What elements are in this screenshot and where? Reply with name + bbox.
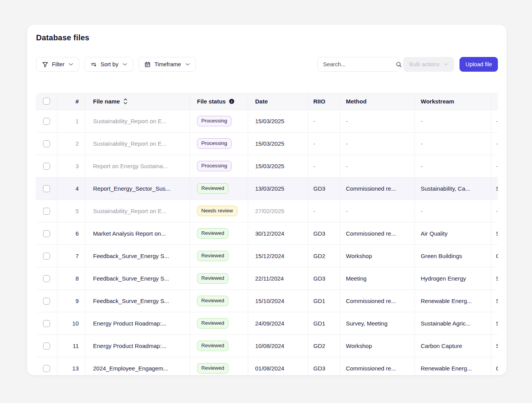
row-checkbox[interactable] [43, 253, 50, 260]
clipped-column-value: S [491, 222, 498, 245]
timeframe-label: Timeframe [154, 61, 181, 67]
table-row[interactable]: 2 Sustainability_Report on E... Processi… [36, 132, 498, 155]
file-name: Feedback_Surve_Energy S... [85, 267, 190, 289]
row-number: 4 [57, 177, 85, 200]
table-row[interactable]: 1 Sustainability_Report on E... Processi… [36, 110, 498, 132]
file-status-cell: Reviewed [190, 177, 248, 200]
method-value: - [340, 110, 415, 132]
row-checkbox[interactable] [43, 185, 50, 192]
row-checkbox-cell [36, 133, 57, 155]
file-name: Sustainability_Report on E... [85, 133, 190, 155]
chevron-down-icon [444, 63, 448, 66]
calendar-icon [144, 61, 151, 68]
row-number: 9 [57, 290, 85, 312]
table-row[interactable]: 9 Feedback_Surve_Energy S... Reviewed 15… [36, 289, 498, 312]
method-value: - [340, 155, 415, 177]
chevron-down-icon [185, 63, 190, 66]
column-header-date-label: Date [255, 98, 268, 105]
row-checkbox[interactable] [43, 365, 50, 372]
riio-value: GD3 [308, 267, 340, 289]
clipped-column-value: - [491, 155, 498, 177]
column-header-file-name-label: File name [93, 98, 120, 105]
row-checkbox[interactable] [43, 208, 50, 215]
workstream-value: - [415, 200, 491, 222]
row-checkbox[interactable] [43, 298, 50, 305]
file-status-cell: Reviewed [190, 245, 248, 267]
method-value: Commissioned re... [340, 357, 415, 375]
file-status-cell: Reviewed [190, 312, 248, 334]
method-value: Meeting [340, 267, 415, 289]
row-checkbox[interactable] [43, 343, 50, 350]
table-row[interactable]: 7 Feedback_Surve_Energy S... Reviewed 15… [36, 245, 498, 267]
table-row[interactable]: 10 Energy Product Roadmap:... Reviewed 2… [36, 312, 498, 334]
workstream-value: Hydrogen Energy [415, 267, 491, 289]
clipped-column-value: S [491, 177, 498, 200]
filter-label: Filter [52, 61, 64, 67]
row-number: 6 [57, 222, 85, 245]
column-header-riio-label: RIIO [313, 98, 325, 105]
files-table: # File name File status i Date [36, 93, 498, 375]
row-checkbox[interactable] [43, 140, 50, 147]
method-value: Commissioned re... [340, 177, 415, 200]
workstream-value: Renewable Energ... [415, 357, 491, 375]
row-number: 13 [57, 357, 85, 375]
search-input[interactable] [323, 61, 396, 67]
date-value: 10/08/2024 [248, 335, 308, 357]
bulk-actions-button[interactable]: Bulk actions [403, 57, 454, 72]
status-badge: Needs review [197, 206, 237, 216]
database-files-card: Database files Filter Sort by [27, 25, 506, 375]
method-value: Commissioned re... [340, 290, 415, 312]
sort-by-label: Sort by [100, 61, 118, 67]
info-icon[interactable]: i [229, 98, 235, 104]
column-header-workstream: Workstream [415, 93, 491, 110]
row-checkbox-cell [36, 267, 57, 289]
row-checkbox-cell [36, 312, 57, 334]
status-badge: Reviewed [197, 228, 228, 239]
row-number: 2 [57, 133, 85, 155]
date-value: 27/02/2025 [248, 200, 308, 222]
riio-value: - [308, 110, 340, 132]
method-value: Commissioned re... [340, 222, 415, 245]
row-checkbox[interactable] [43, 275, 50, 282]
date-value: 15/12/2024 [248, 245, 308, 267]
row-checkbox[interactable] [43, 320, 50, 327]
table-row[interactable]: 5 Sustainability_Report on E... Needs re… [36, 200, 498, 222]
column-header-method-label: Method [346, 98, 366, 105]
column-header-file-name[interactable]: File name [85, 93, 190, 110]
clipped-column-value: - [491, 200, 498, 222]
workstream-value: Carbon Capture [415, 335, 491, 357]
method-value: Workshop [340, 245, 415, 267]
riio-value: GD1 [308, 290, 340, 312]
method-value: Survey, Meeting [340, 312, 415, 334]
row-checkbox[interactable] [43, 230, 50, 237]
row-checkbox-cell [36, 290, 57, 312]
table-row[interactable]: 13 2024_Employee_Engagem... Reviewed 01/… [36, 357, 498, 375]
header-select-all-cell [36, 93, 57, 110]
date-value: 13/03/2025 [248, 177, 308, 200]
timeframe-button[interactable]: Timeframe [138, 57, 196, 72]
file-status-cell: Needs review [190, 200, 248, 222]
row-checkbox[interactable] [43, 118, 50, 125]
table-row[interactable]: 4 Report_Energy_Sector_Sus... Reviewed 1… [36, 177, 498, 200]
date-value: 01/08/2024 [248, 357, 308, 375]
sort-by-button[interactable]: Sort by [85, 57, 133, 72]
sort-chevrons-icon[interactable] [123, 98, 128, 105]
upload-file-button[interactable]: Upload file [459, 57, 498, 72]
row-checkbox[interactable] [43, 163, 50, 170]
table-row[interactable]: 8 Feedback_Surve_Energy S... Reviewed 22… [36, 267, 498, 289]
status-badge: Processing [197, 116, 231, 126]
file-name: Market Analysis Report on... [85, 222, 190, 245]
file-status-cell: Reviewed [190, 357, 248, 375]
method-value: - [340, 200, 415, 222]
file-status-cell: Processing [190, 110, 248, 132]
file-name: Feedback_Surve_Energy S... [85, 245, 190, 267]
filter-button[interactable]: Filter [36, 57, 79, 72]
file-name: Sustainability_Report on E... [85, 110, 190, 132]
column-header-file-status-label: File status [197, 98, 226, 105]
table-row[interactable]: 11 Energy Product Roadmap:... Reviewed 1… [36, 334, 498, 357]
file-status-cell: Reviewed [190, 290, 248, 312]
column-header-riio: RIIO [308, 93, 340, 110]
table-row[interactable]: 3 Report on Energy Sustaina... Processin… [36, 155, 498, 177]
select-all-checkbox[interactable] [43, 98, 50, 105]
table-row[interactable]: 6 Market Analysis Report on... Reviewed … [36, 222, 498, 245]
